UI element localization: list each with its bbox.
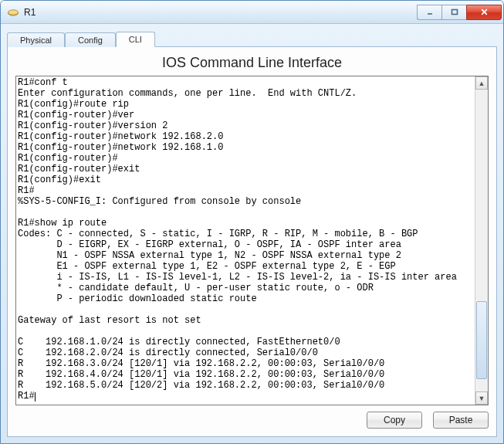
button-label: Copy bbox=[384, 415, 405, 425]
button-row: Copy Paste bbox=[15, 405, 489, 429]
app-window: R1 Physical Config CLI IO bbox=[0, 0, 504, 444]
window-controls bbox=[417, 5, 502, 20]
close-button[interactable] bbox=[466, 5, 502, 20]
terminal-container: R1#conf t Enter configuration commands, … bbox=[15, 76, 489, 405]
panel-title: IOS Command Line Interface bbox=[15, 55, 489, 71]
maximize-button[interactable] bbox=[441, 5, 466, 20]
paste-button[interactable]: Paste bbox=[433, 412, 489, 429]
minimize-button[interactable] bbox=[417, 5, 441, 20]
vertical-scrollbar[interactable]: ▲ ▼ bbox=[475, 76, 488, 405]
terminal-output[interactable]: R1#conf t Enter configuration commands, … bbox=[16, 76, 475, 405]
copy-button[interactable]: Copy bbox=[367, 412, 422, 429]
scroll-down-arrow[interactable]: ▼ bbox=[475, 391, 488, 405]
window-title: R1 bbox=[24, 7, 417, 18]
client-area: Physical Config CLI IOS Command Line Int… bbox=[1, 24, 503, 443]
scroll-up-arrow[interactable]: ▲ bbox=[475, 76, 488, 90]
router-icon bbox=[7, 6, 19, 19]
cli-panel: IOS Command Line Interface R1#conf t Ent… bbox=[7, 46, 497, 437]
svg-point-1 bbox=[8, 9, 19, 14]
tab-label: Config bbox=[78, 36, 103, 45]
tab-physical[interactable]: Physical bbox=[7, 32, 65, 47]
svg-rect-3 bbox=[452, 9, 457, 14]
button-label: Paste bbox=[449, 415, 473, 425]
titlebar: R1 bbox=[1, 1, 503, 24]
text-cursor bbox=[35, 392, 36, 402]
tab-config[interactable]: Config bbox=[65, 32, 116, 47]
scroll-track[interactable] bbox=[475, 90, 488, 391]
scroll-thumb[interactable] bbox=[476, 301, 487, 380]
tab-label: CLI bbox=[129, 35, 142, 44]
tab-cli[interactable]: CLI bbox=[116, 32, 155, 47]
tabstrip: Physical Config CLI bbox=[7, 29, 497, 46]
tab-label: Physical bbox=[20, 36, 52, 45]
